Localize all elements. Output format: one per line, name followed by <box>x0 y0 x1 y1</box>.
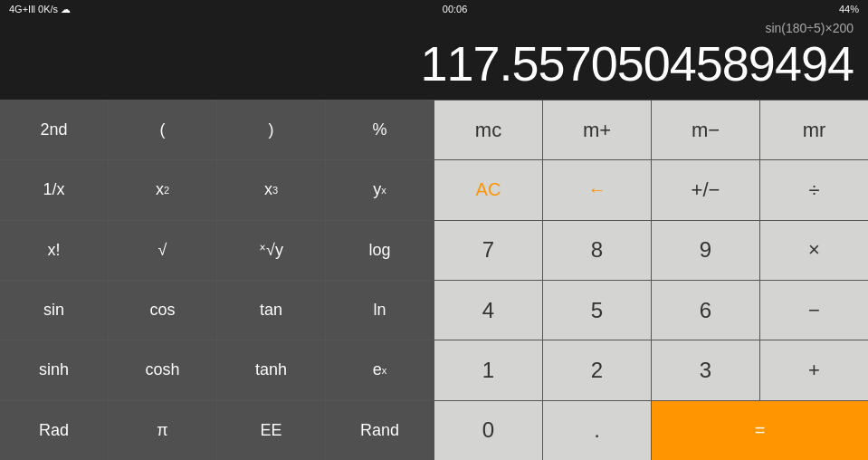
y-to-x-key[interactable]: yx <box>326 160 434 219</box>
rad-key[interactable]: Rad <box>0 401 108 460</box>
factorial-key[interactable]: x! <box>0 221 108 280</box>
open-paren-key[interactable]: ( <box>109 101 216 159</box>
status-left: 4G+Ill 0K/s ☁ <box>9 4 71 15</box>
status-bar: 4G+Ill 0K/s ☁ 00:06 44% <box>0 0 868 18</box>
sin-key[interactable]: sin <box>0 281 108 340</box>
multiply-key[interactable]: × <box>760 221 868 280</box>
display-area: sin(180÷5)×200 117.5570504589494 <box>0 18 868 100</box>
sqrt-key[interactable]: √ <box>109 221 216 280</box>
pi-key[interactable]: π <box>109 401 216 460</box>
plus-minus-key[interactable]: +/− <box>652 160 759 219</box>
3-key[interactable]: 3 <box>652 340 759 399</box>
status-center: 00:06 <box>443 4 468 14</box>
5-key[interactable]: 5 <box>543 281 651 340</box>
6-key[interactable]: 6 <box>652 281 759 340</box>
status-right: 44% <box>839 4 859 14</box>
sinh-key[interactable]: sinh <box>0 340 108 399</box>
2-key[interactable]: 2 <box>543 340 651 399</box>
ee-key[interactable]: EE <box>217 401 325 460</box>
xth-root-key[interactable]: ˣ√y <box>217 221 325 280</box>
4-key[interactable]: 4 <box>434 281 542 340</box>
reciprocal-key[interactable]: 1/x <box>0 160 108 219</box>
mr-key[interactable]: mr <box>760 101 868 159</box>
m-minus-key[interactable]: m− <box>652 101 759 159</box>
formula-line: sin(180÷5)×200 <box>14 21 854 35</box>
mc-key[interactable]: mc <box>434 101 542 159</box>
ac-key[interactable]: AC <box>434 160 542 219</box>
2nd-key[interactable]: 2nd <box>0 101 108 159</box>
rand-key[interactable]: Rand <box>326 401 434 460</box>
9-key[interactable]: 9 <box>652 221 759 280</box>
1-key[interactable]: 1 <box>434 340 542 399</box>
close-paren-key[interactable]: ) <box>217 101 325 159</box>
equals-key[interactable]: = <box>652 401 868 460</box>
x-squared-key[interactable]: x2 <box>109 160 216 219</box>
7-key[interactable]: 7 <box>434 221 542 280</box>
decimal-key[interactable]: . <box>543 401 651 460</box>
cosh-key[interactable]: cosh <box>109 340 216 399</box>
ln-key[interactable]: ln <box>326 281 434 340</box>
0-key[interactable]: 0 <box>434 401 542 460</box>
result-display: 117.5570504589494 <box>14 37 854 91</box>
add-key[interactable]: + <box>760 340 868 399</box>
x-cubed-key[interactable]: x3 <box>217 160 325 219</box>
log-key[interactable]: log <box>326 221 434 280</box>
e-to-x-key[interactable]: ex <box>326 340 434 399</box>
keypad: 2nd()%mcm+m−mr1/xx2x3yxAC←+/−÷x!√ˣ√ylog7… <box>0 100 868 460</box>
backspace-key[interactable]: ← <box>543 160 651 219</box>
subtract-key[interactable]: − <box>760 281 868 340</box>
tanh-key[interactable]: tanh <box>217 340 325 399</box>
percent-key[interactable]: % <box>326 101 434 159</box>
cos-key[interactable]: cos <box>109 281 216 340</box>
divide-key[interactable]: ÷ <box>760 160 868 219</box>
m-plus-key[interactable]: m+ <box>543 101 651 159</box>
8-key[interactable]: 8 <box>543 221 651 280</box>
tan-key[interactable]: tan <box>217 281 325 340</box>
